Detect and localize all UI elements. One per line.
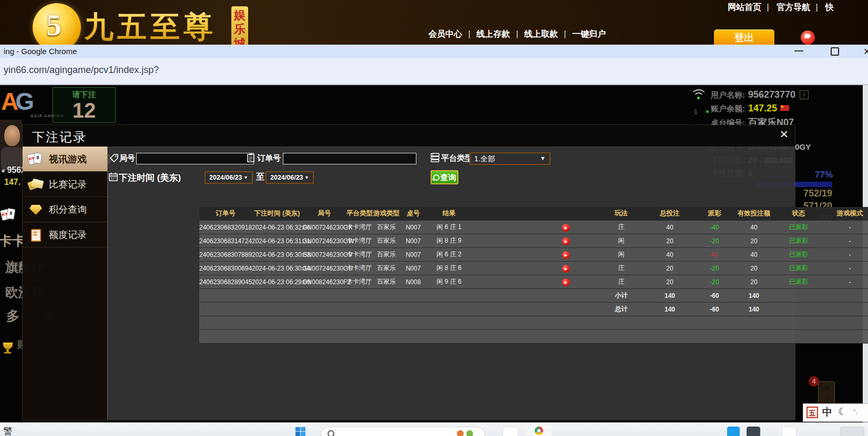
taskbar-dark-app-icon[interactable] [747, 427, 760, 436]
clipboard-icon [247, 153, 255, 162]
sidebar-item-video-games[interactable]: K♥9 视讯游戏 [23, 147, 107, 172]
link-official-nav[interactable]: 官方导航 [777, 3, 823, 12]
chevron-down-icon: ▼ [304, 175, 309, 180]
chrome-urlbar[interactable]: yin66.com/agingame/pcv1/index.jsp? [0, 58, 868, 85]
replay-play-icon[interactable]: ▶ [562, 224, 570, 232]
status-badge: 已派彩 [789, 264, 808, 272]
subtotal-label: 小计 [599, 289, 644, 303]
ag-logo-g: G [15, 88, 34, 115]
url-text[interactable]: yin66.com/agingame/pcv1/index.jsp? [4, 65, 159, 76]
windows-start-button[interactable] [295, 427, 306, 436]
status-badge: 已派彩 [789, 237, 808, 244]
bet-records-table: 订单号 下注时间 (美东) 局号 平台类型 游戏类型 桌号 结果 玩法 总投注 … [199, 207, 868, 344]
col-table-no: 桌号 [401, 207, 425, 221]
maximize-button[interactable] [831, 47, 839, 56]
order-no-label: 订单号 [257, 153, 281, 163]
platform-select[interactable]: 1.全部 ▼ [469, 152, 550, 165]
platform-select-value: 1.全部 [474, 154, 495, 164]
link-deposit[interactable]: 线上存款 [476, 29, 524, 38]
player-id-mark: ✱ [1, 168, 5, 174]
search-highlight-icon [457, 430, 464, 436]
date-to-select[interactable]: 2024/06/23 ▼ [265, 171, 314, 184]
minimize-button[interactable] [794, 50, 803, 51]
windows-taskbar: 警 [0, 422, 868, 436]
sidebar-item-match-records[interactable]: 比赛记录 [23, 172, 107, 197]
order-no-input[interactable] [283, 153, 416, 164]
brand-coin-logo: 5 [33, 3, 81, 45]
round-no-input[interactable] [136, 153, 254, 164]
info-icon[interactable]: i [800, 90, 809, 99]
search-button[interactable]: 查询 [431, 170, 458, 184]
status-badge: 已派彩 [789, 251, 808, 258]
grand-total-row: 总计140-60140 [199, 303, 868, 316]
info-username-row: 用户名称:956273770i [711, 89, 809, 100]
replay-play-icon[interactable]: ▶ [562, 251, 570, 259]
search-highlight-icon [466, 430, 473, 436]
logout-button[interactable]: 登出 [714, 29, 774, 45]
col-bet-type: 玩法 [599, 207, 644, 221]
search-icon [328, 430, 334, 436]
document-icon [28, 228, 45, 242]
link-withdraw[interactable]: 线上取款 [524, 29, 572, 38]
progress-percent: 77% [815, 170, 833, 180]
taskbar-app-tile[interactable] [503, 427, 518, 436]
col-order-no: 订单号 [199, 207, 252, 221]
collapse-left-icon[interactable]: ◀ [824, 385, 829, 391]
dialog-header: 下注记录 ✕ [23, 125, 795, 147]
col-platform: 平台类型 [346, 207, 372, 221]
date-from-select[interactable]: 2024/06/23 ▼ [205, 171, 253, 184]
col-status: 状态 [775, 207, 822, 221]
link-member-center[interactable]: 会员中心 [428, 29, 476, 38]
taskbar-app-tile[interactable] [782, 427, 796, 436]
close-window-button[interactable]: ✕ [863, 46, 868, 57]
coin-glyph: 5 [46, 7, 62, 43]
chrome-taskbar-icon[interactable] [525, 425, 553, 436]
replay-play-icon[interactable]: ▶ [562, 237, 570, 245]
collapse-panel[interactable]: ◀ ◀ [818, 381, 835, 406]
bet-time-label: 下注时间 (美东) [119, 172, 181, 184]
date-between-label: 至 [256, 172, 264, 183]
chevron-down-icon: ▼ [540, 155, 546, 161]
chrome-titlebar[interactable]: ing - Google Chrome [0, 45, 868, 58]
replay-play-icon[interactable]: ▶ [562, 265, 570, 273]
dialog-close-icon[interactable]: ✕ [779, 128, 789, 141]
brand-title: 九五至尊 [84, 7, 217, 45]
collapse-left-icon-dim: ◀ [819, 391, 834, 403]
chevron-down-icon: ▼ [243, 175, 248, 180]
ime-chinese-mode[interactable]: 中 [822, 406, 832, 419]
taskbar-blue-app-icon[interactable] [727, 427, 740, 436]
taskbar-tray-area[interactable] [840, 427, 864, 436]
sidebar-item-label: 视讯游戏 [49, 154, 87, 164]
link-site-home[interactable]: 网站首页 [728, 3, 774, 12]
ime-fullwidth-moon-icon[interactable]: ☾ [838, 406, 847, 418]
table-header-row: 订单号 下注时间 (美东) 局号 平台类型 游戏类型 桌号 结果 玩法 总投注 … [199, 207, 868, 221]
bet-timer: 请下注 12 [53, 87, 116, 123]
sidebar-item-label: 额度记录 [49, 230, 87, 240]
info-balance-row: 账户余额:147.25 [711, 103, 789, 114]
service-icon[interactable] [801, 30, 815, 45]
sidebar-item-label: 比赛记录 [49, 179, 87, 190]
round-no-label: 局号 [119, 153, 135, 163]
replay-play-icon[interactable]: ▶ [562, 278, 570, 286]
empty-row [199, 316, 868, 330]
col-payout: 派彩 [696, 207, 733, 221]
screen: { "colors":{"gold_header":"#e9c469","tot… [0, 0, 868, 436]
ime-punctuation-icon[interactable]: °, [853, 408, 857, 414]
dealer-avatar [0, 120, 22, 170]
table-row: 2406230683078892024-06-23 06:30:53GN0072… [199, 248, 868, 262]
link-cut-off[interactable]: 快 [825, 3, 834, 12]
betting-records-dialog: 下注记录 ✕ K♥9 视讯游戏 比赛记录 积分查询 额度记录 局号 订单号 [22, 124, 795, 420]
platform-list-icon [431, 153, 440, 162]
sidebar-item-points-query[interactable]: 积分查询 [23, 197, 107, 222]
sidebar-item-label: 积分查询 [49, 204, 87, 215]
ime-toolbar[interactable]: 五 中 ☾ °, [803, 403, 868, 422]
calendar-icon [109, 172, 118, 181]
sidebar-item-quota-records[interactable]: 额度记录 [23, 222, 107, 247]
player-balance-fragment: 147. [4, 178, 21, 187]
col-round-no: 局号 [302, 207, 346, 221]
trophy-icon [3, 342, 13, 349]
tag-icon [110, 154, 118, 162]
link-one-key-transfer[interactable]: 一键归户 [572, 29, 606, 38]
taskbar-search-box[interactable] [321, 427, 485, 436]
ime-wubi-icon[interactable]: 五 [806, 407, 818, 418]
